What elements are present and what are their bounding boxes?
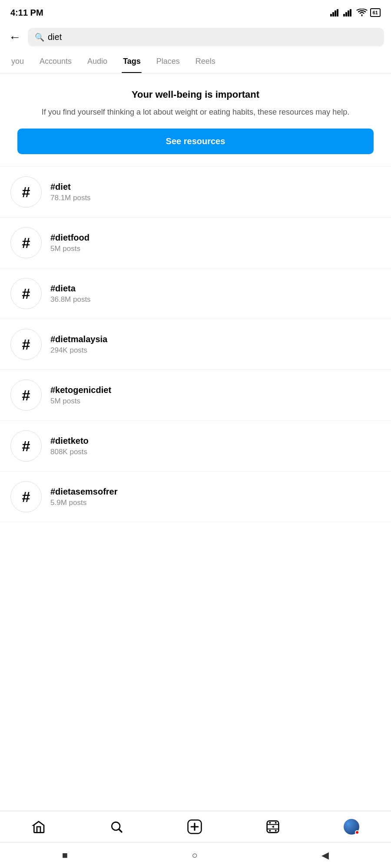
hashtag-icon-circle: # xyxy=(10,176,42,208)
see-resources-button[interactable]: See resources xyxy=(17,129,374,154)
hashtag-symbol: # xyxy=(22,336,30,353)
hashtag-icon-circle: # xyxy=(10,278,42,309)
android-nav-bar: ■ ○ ◀ xyxy=(0,842,391,868)
hashtag-info: #dieta 36.8M posts xyxy=(50,284,91,304)
hashtag-item[interactable]: # #dietfood 5M posts xyxy=(0,218,391,268)
android-home-button[interactable]: ○ xyxy=(192,850,198,861)
tab-accounts[interactable]: Accounts xyxy=(32,50,80,73)
add-icon xyxy=(187,819,202,835)
search-input-wrapper[interactable]: 🔍 xyxy=(28,28,384,46)
hashtag-info: #dietfood 5M posts xyxy=(50,233,89,253)
hashtag-name: #dietmalaysia xyxy=(50,334,107,344)
nav-add[interactable] xyxy=(187,819,202,835)
battery-indicator: 61 xyxy=(370,8,381,17)
svg-rect-6 xyxy=(348,10,349,17)
hashtag-list: # #diet 78.1M posts # #dietfood 5M posts… xyxy=(0,167,391,522)
hashtag-info: #ketogenicdiet 5M posts xyxy=(50,385,111,406)
hashtag-name: #dietketo xyxy=(50,436,89,446)
svg-rect-4 xyxy=(343,14,345,17)
hashtag-name: #dietfood xyxy=(50,233,89,243)
svg-rect-5 xyxy=(345,12,347,17)
hashtag-icon-circle: # xyxy=(10,329,42,360)
tab-audio[interactable]: Audio xyxy=(80,50,115,73)
nav-search[interactable] xyxy=(109,820,123,834)
home-icon xyxy=(32,820,46,834)
hashtag-info: #dietasemsofrer 5.9M posts xyxy=(50,487,118,507)
tab-tags[interactable]: Tags xyxy=(115,50,149,73)
hashtag-name: #dieta xyxy=(50,284,91,294)
hashtag-symbol: # xyxy=(22,234,30,251)
wellbeing-description: If you find yourself thinking a lot abou… xyxy=(17,106,374,118)
svg-point-14 xyxy=(275,830,277,832)
search-bar-container: ← 🔍 xyxy=(0,24,391,50)
hashtag-name: #diet xyxy=(50,182,91,192)
hashtag-icon-circle: # xyxy=(10,380,42,411)
tab-bar: you Accounts Audio Tags Places Reels xyxy=(0,50,391,73)
hashtag-symbol: # xyxy=(22,488,30,505)
hashtag-name: #dietasemsofrer xyxy=(50,487,118,497)
tab-reels[interactable]: Reels xyxy=(188,50,223,73)
svg-point-12 xyxy=(275,822,277,823)
hashtag-symbol: # xyxy=(22,285,30,302)
nav-profile[interactable] xyxy=(344,819,359,835)
signal-icon-2 xyxy=(343,9,354,17)
hashtag-info: #dietmalaysia 294K posts xyxy=(50,334,107,355)
nav-home[interactable] xyxy=(32,820,46,834)
status-icons: 61 xyxy=(330,8,381,17)
tab-for-you[interactable]: you xyxy=(3,50,32,73)
signal-icon xyxy=(330,9,341,17)
reels-icon xyxy=(266,820,280,834)
tab-places[interactable]: Places xyxy=(149,50,188,73)
hashtag-symbol: # xyxy=(22,184,30,201)
wifi-icon xyxy=(356,9,368,17)
svg-point-11 xyxy=(269,822,271,823)
svg-rect-3 xyxy=(337,9,338,17)
hashtag-item[interactable]: # #dietasemsofrer 5.9M posts xyxy=(0,472,391,522)
hashtag-icon-circle: # xyxy=(10,481,42,512)
svg-point-13 xyxy=(269,830,271,832)
svg-rect-2 xyxy=(335,10,336,17)
android-recents-button[interactable]: ■ xyxy=(62,850,68,861)
android-back-button[interactable]: ◀ xyxy=(321,850,329,861)
bottom-nav xyxy=(0,811,391,842)
wellbeing-title: Your well-being is important xyxy=(17,89,374,100)
svg-rect-0 xyxy=(330,14,332,17)
hashtag-symbol: # xyxy=(22,387,30,404)
nav-reels[interactable] xyxy=(266,820,280,834)
hashtag-posts: 36.8M posts xyxy=(50,295,91,304)
back-button[interactable]: ← xyxy=(7,29,23,46)
svg-rect-7 xyxy=(350,9,351,17)
search-input[interactable] xyxy=(48,32,377,42)
hashtag-symbol: # xyxy=(22,438,30,455)
hashtag-item[interactable]: # #dietketo 808K posts xyxy=(0,421,391,472)
status-bar: 4:11 PM 61 xyxy=(0,0,391,24)
hashtag-icon-circle: # xyxy=(10,430,42,462)
wellbeing-banner: Your well-being is important If you find… xyxy=(0,73,391,167)
hashtag-info: #diet 78.1M posts xyxy=(50,182,91,202)
hashtag-item[interactable]: # #dieta 36.8M posts xyxy=(0,268,391,319)
search-nav-icon xyxy=(109,820,123,834)
hashtag-posts: 78.1M posts xyxy=(50,194,91,202)
hashtag-item[interactable]: # #diet 78.1M posts xyxy=(0,167,391,218)
hashtag-name: #ketogenicdiet xyxy=(50,385,111,395)
hashtag-item[interactable]: # #dietmalaysia 294K posts xyxy=(0,319,391,370)
hashtag-posts: 5.9M posts xyxy=(50,498,118,507)
notification-badge xyxy=(355,830,359,835)
svg-rect-1 xyxy=(332,12,334,17)
hashtag-posts: 5M posts xyxy=(50,244,89,253)
hashtag-posts: 294K posts xyxy=(50,346,107,355)
status-time: 4:11 PM xyxy=(10,8,43,18)
hashtag-posts: 808K posts xyxy=(50,448,89,456)
avatar xyxy=(344,819,359,835)
hashtag-icon-circle: # xyxy=(10,227,42,258)
search-icon: 🔍 xyxy=(35,33,44,42)
hashtag-info: #dietketo 808K posts xyxy=(50,436,89,456)
hashtag-item[interactable]: # #ketogenicdiet 5M posts xyxy=(0,370,391,421)
hashtag-posts: 5M posts xyxy=(50,397,111,406)
